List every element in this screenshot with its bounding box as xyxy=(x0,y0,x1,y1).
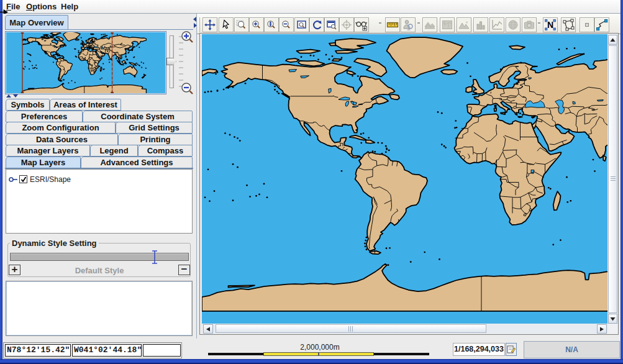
svg-text:N: N xyxy=(547,20,553,30)
